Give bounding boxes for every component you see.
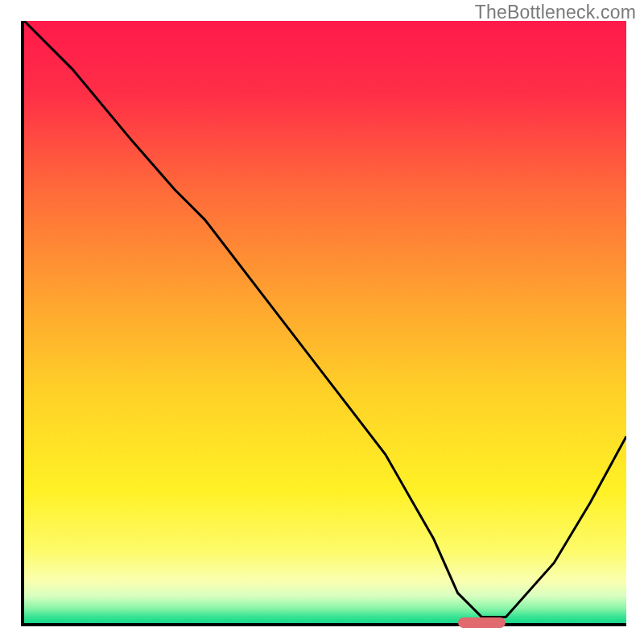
svg-rect-0 [24,21,626,623]
plot-area [21,21,626,626]
chart-container: TheBottleneck.com [0,0,644,644]
optimal-marker [458,617,506,628]
background-gradient [24,21,626,623]
watermark-text: TheBottleneck.com [475,2,636,23]
